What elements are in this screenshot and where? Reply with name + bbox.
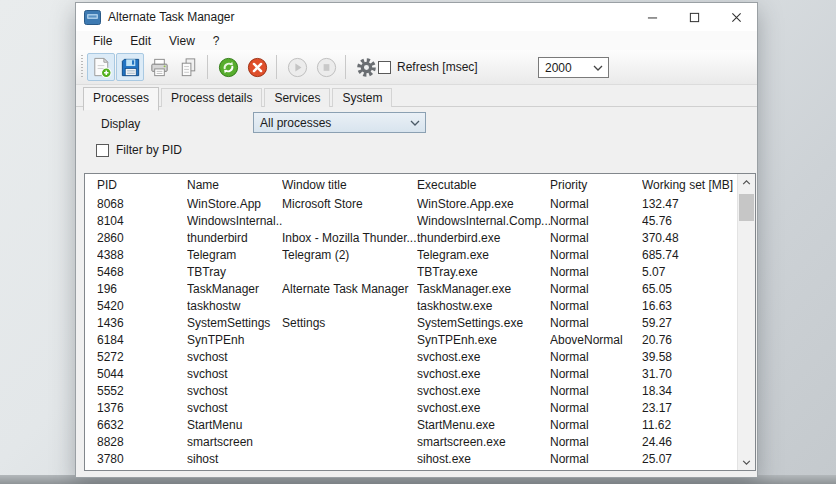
table-row[interactable]: 5272svchostsvchost.exeNormal39.58 — [85, 349, 738, 366]
toolbar-grip[interactable] — [79, 55, 84, 79]
toolbar-separator — [345, 55, 346, 79]
table-row[interactable]: 5468TBTrayTBTray.exeNormal5.07 — [85, 264, 738, 281]
app-window: Alternate Task Manager FileEditView? Ref… — [75, 2, 758, 478]
refresh-button[interactable] — [214, 53, 242, 81]
tab-system[interactable]: System — [332, 88, 392, 109]
cell-window-title — [282, 349, 417, 366]
title-bar: Alternate Task Manager — [76, 3, 757, 31]
settings-button[interactable] — [352, 53, 380, 81]
table-row[interactable]: 7876ShellExperienc...ShellExperienceHost… — [85, 468, 738, 470]
cell-executable: SystemSettings.exe — [417, 315, 550, 332]
cell-working-set: 45.76 — [642, 213, 738, 230]
tab-services[interactable]: Services — [264, 88, 330, 109]
close-button[interactable] — [715, 3, 757, 31]
cell-window-title — [282, 264, 417, 281]
table-row[interactable]: 5044svchostsvchost.exeNormal31.70 — [85, 366, 738, 383]
play-icon — [286, 56, 309, 79]
cell-pid: 5044 — [97, 366, 187, 383]
minimize-button[interactable] — [631, 3, 673, 31]
tab-processes[interactable]: Processes — [83, 87, 159, 111]
cell-name: SystemSettings — [187, 315, 282, 332]
cell-priority: Normal — [550, 400, 642, 417]
table-row[interactable]: 2860thunderbirdInbox - Mozilla Thunder..… — [85, 230, 738, 247]
table-row[interactable]: 196TaskManagerAlternate Task ManagerTask… — [85, 281, 738, 298]
cell-pid: 5468 — [97, 264, 187, 281]
table-row[interactable]: 3780sihostsihost.exeNormal25.07 — [85, 451, 738, 468]
copy-button[interactable] — [174, 53, 202, 81]
cell-executable: TaskManager.exe — [417, 281, 550, 298]
cell-window-title — [282, 434, 417, 451]
minimize-icon — [647, 12, 658, 23]
cell-pid: 6632 — [97, 417, 187, 434]
window-title: Alternate Task Manager — [108, 10, 235, 24]
menu-item-file[interactable]: File — [84, 33, 121, 49]
new-document-button[interactable] — [87, 53, 115, 81]
display-combobox[interactable]: All processes — [253, 112, 426, 133]
scroll-up-button[interactable] — [738, 174, 755, 190]
new-document-icon — [90, 56, 113, 79]
table-row[interactable]: 1376svchostsvchost.exeNormal23.17 — [85, 400, 738, 417]
cell-pid: 5552 — [97, 383, 187, 400]
vertical-scrollbar[interactable] — [737, 174, 755, 470]
table-row[interactable]: 1436SystemSettingsSettingsSystemSettings… — [85, 315, 738, 332]
filter-by-pid-checkbox[interactable] — [96, 144, 109, 157]
table-row[interactable]: 8828smartscreensmartscreen.exeNormal24.4… — [85, 434, 738, 451]
cell-priority: Normal — [550, 434, 642, 451]
column-header[interactable]: PID — [97, 174, 187, 196]
close-icon — [731, 12, 742, 23]
cell-name: svchost — [187, 366, 282, 383]
menu-item-help[interactable]: ? — [204, 33, 229, 49]
table-row[interactable]: 8068WinStore.AppMicrosoft StoreWinStore.… — [85, 196, 738, 213]
cell-working-set: 65.05 — [642, 281, 738, 298]
refresh-icon — [217, 56, 240, 79]
cell-priority: AboveNormal — [550, 332, 642, 349]
window-controls — [631, 3, 757, 31]
scroll-down-button[interactable] — [738, 454, 755, 470]
cell-name: svchost — [187, 383, 282, 400]
maximize-button[interactable] — [673, 3, 715, 31]
cell-name: sihost — [187, 451, 282, 468]
menu-item-view[interactable]: View — [160, 33, 204, 49]
toolbar-separator — [276, 55, 277, 79]
suspend-button[interactable] — [312, 53, 340, 81]
chevron-down-icon — [742, 460, 751, 465]
cell-priority: Normal — [550, 468, 642, 470]
column-header[interactable]: Executable — [417, 174, 550, 196]
column-header[interactable]: Window title — [282, 174, 417, 196]
cell-name: smartscreen — [187, 434, 282, 451]
cell-window-title — [282, 213, 417, 230]
print-icon — [148, 56, 171, 79]
cell-priority: Normal — [550, 196, 642, 213]
table-row[interactable]: 5552svchostsvchost.exeNormal18.34 — [85, 383, 738, 400]
cell-working-set: 77.48 — [642, 468, 738, 470]
cell-window-title — [282, 400, 417, 417]
save-button[interactable] — [116, 53, 144, 81]
table-row[interactable]: 5420taskhostwtaskhostw.exeNormal16.63 — [85, 298, 738, 315]
cell-name: svchost — [187, 400, 282, 417]
cell-window-title — [282, 383, 417, 400]
cell-window-title: Microsoft Store — [282, 196, 417, 213]
chevron-down-icon — [410, 120, 420, 126]
interval-combobox[interactable]: 2000 — [538, 57, 609, 78]
cell-pid: 5420 — [97, 298, 187, 315]
processes-tab-page: Display All processes Filter by PID PIDN… — [76, 107, 757, 477]
cell-name: StartMenu — [187, 417, 282, 434]
column-header[interactable]: Working set [MB] — [642, 174, 738, 196]
kill-process-button[interactable] — [243, 53, 271, 81]
column-header[interactable]: Name — [187, 174, 282, 196]
table-row[interactable]: 6632StartMenuStartMenu.exeNormal11.62 — [85, 417, 738, 434]
column-header[interactable]: Priority — [550, 174, 642, 196]
cell-working-set: 20.76 — [642, 332, 738, 349]
menu-item-edit[interactable]: Edit — [121, 33, 160, 49]
print-button[interactable] — [145, 53, 173, 81]
tab-process-details[interactable]: Process details — [161, 88, 262, 109]
table-row[interactable]: 8104WindowsInternal...WindowsInternal.Co… — [85, 213, 738, 230]
table-row[interactable]: 6184SynTPEnhSynTPEnh.exeAboveNormal20.76 — [85, 332, 738, 349]
cell-pid: 6184 — [97, 332, 187, 349]
chevron-up-icon — [742, 180, 751, 185]
refresh-checkbox[interactable] — [378, 61, 391, 74]
table-row[interactable]: 4388TelegramTelegram (2)Telegram.exeNorm… — [85, 247, 738, 264]
cell-pid: 1436 — [97, 315, 187, 332]
resume-button[interactable] — [283, 53, 311, 81]
scrollbar-thumb[interactable] — [739, 194, 754, 221]
